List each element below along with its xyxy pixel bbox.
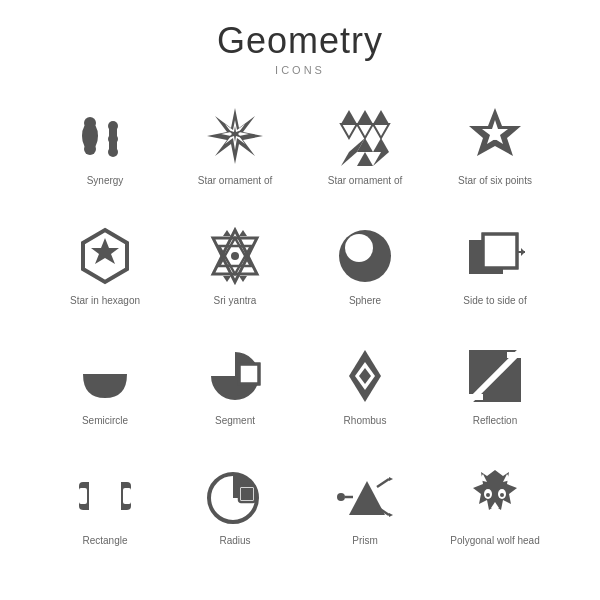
semicircle-icon xyxy=(73,344,137,408)
svg-marker-17 xyxy=(373,124,389,138)
svg-marker-69 xyxy=(389,477,393,481)
svg-rect-42 xyxy=(483,234,517,268)
sphere-icon xyxy=(333,224,397,288)
icon-cell-radius: Radius xyxy=(170,454,300,574)
svg-point-27 xyxy=(491,132,499,140)
rectangle-label: Rectangle xyxy=(82,534,127,547)
star-six-points-icon xyxy=(463,104,527,168)
semicircle-label: Semicircle xyxy=(82,414,128,427)
synergy-icon xyxy=(73,104,137,168)
prism-icon xyxy=(333,464,397,528)
svg-marker-15 xyxy=(373,110,389,124)
icon-cell-sri-yantra: Sri yantra xyxy=(170,214,300,334)
star-ornament-1-icon xyxy=(203,104,267,168)
svg-rect-8 xyxy=(109,126,117,139)
radius-icon xyxy=(203,464,267,528)
svg-marker-24 xyxy=(357,152,373,166)
svg-marker-16 xyxy=(341,124,357,138)
sphere-label: Sphere xyxy=(349,294,381,307)
rhombus-label: Rhombus xyxy=(344,414,387,427)
svg-point-75 xyxy=(500,493,504,497)
sri-yantra-label: Sri yantra xyxy=(214,294,257,307)
svg-marker-23 xyxy=(373,152,389,166)
polygonal-wolf-head-label: Polygonal wolf head xyxy=(450,534,540,547)
icon-cell-star-hexagon: Star in hexagon xyxy=(40,214,170,334)
svg-point-34 xyxy=(231,252,239,260)
svg-marker-38 xyxy=(239,276,247,282)
radius-label: Radius xyxy=(219,534,250,547)
svg-marker-35 xyxy=(223,230,231,236)
star-ornament-1-label: Star ornament of xyxy=(198,174,272,187)
svg-marker-22 xyxy=(341,152,357,166)
reflection-icon xyxy=(463,344,527,408)
side-to-side-label: Side to side of xyxy=(463,294,526,307)
svg-point-74 xyxy=(486,493,490,497)
svg-rect-63 xyxy=(241,488,253,500)
svg-point-64 xyxy=(337,493,345,501)
icon-cell-rectangle: Rectangle xyxy=(40,454,170,574)
svg-rect-58 xyxy=(123,488,131,504)
icon-cell-rhombus: Rhombus xyxy=(300,334,430,454)
icon-cell-segment: Segment xyxy=(170,334,300,454)
rhombus-icon xyxy=(333,344,397,408)
polygonal-wolf-head-icon xyxy=(463,464,527,528)
svg-rect-4 xyxy=(86,123,94,149)
svg-point-40 xyxy=(345,234,373,262)
icon-cell-sphere: Sphere xyxy=(300,214,430,334)
svg-marker-37 xyxy=(223,276,231,282)
page-title: Geometry xyxy=(217,20,383,62)
svg-marker-36 xyxy=(239,230,247,236)
svg-rect-9 xyxy=(109,139,117,152)
icon-cell-reflection: Reflection xyxy=(430,334,560,454)
segment-icon xyxy=(203,344,267,408)
icon-cell-synergy: Synergy xyxy=(40,94,170,214)
icon-cell-star-ornament-2: Star ornament of xyxy=(300,94,430,214)
rectangle-icon xyxy=(73,464,137,528)
svg-marker-21 xyxy=(373,138,389,152)
svg-rect-54 xyxy=(507,352,521,358)
svg-marker-14 xyxy=(341,110,357,124)
star-ornament-2-icon xyxy=(333,104,397,168)
star-hexagon-label: Star in hexagon xyxy=(70,294,140,307)
icon-cell-star-ornament-1: Star ornament of xyxy=(170,94,300,214)
segment-label: Segment xyxy=(215,414,255,427)
star-six-points-label: Star of six points xyxy=(458,174,532,187)
star-ornament-2-label: Star ornament of xyxy=(328,174,402,187)
svg-rect-57 xyxy=(79,488,87,504)
icon-cell-star-six-points: Star of six points xyxy=(430,94,560,214)
svg-marker-13 xyxy=(357,110,373,124)
synergy-label: Synergy xyxy=(87,174,124,187)
icon-cell-polygonal-wolf-head: Polygonal wolf head xyxy=(430,454,560,574)
reflection-label: Reflection xyxy=(473,414,517,427)
page: Geometry ICONS xyxy=(0,0,600,600)
svg-line-67 xyxy=(377,479,389,487)
svg-marker-18 xyxy=(357,124,373,138)
icon-cell-prism: Prism xyxy=(300,454,430,574)
side-to-side-icon xyxy=(463,224,527,288)
star-hexagon-icon xyxy=(73,224,137,288)
sri-yantra-icon xyxy=(203,224,267,288)
page-subtitle: ICONS xyxy=(275,64,325,76)
svg-marker-29 xyxy=(91,238,119,264)
svg-rect-55 xyxy=(469,394,483,400)
prism-label: Prism xyxy=(352,534,378,547)
svg-marker-70 xyxy=(389,513,393,517)
icon-cell-semicircle: Semicircle xyxy=(40,334,170,454)
svg-rect-46 xyxy=(89,368,121,374)
svg-rect-47 xyxy=(239,364,259,384)
icon-grid: Synergy Star ornament of xyxy=(40,94,560,574)
icon-cell-side-to-side: Side to side of xyxy=(430,214,560,334)
